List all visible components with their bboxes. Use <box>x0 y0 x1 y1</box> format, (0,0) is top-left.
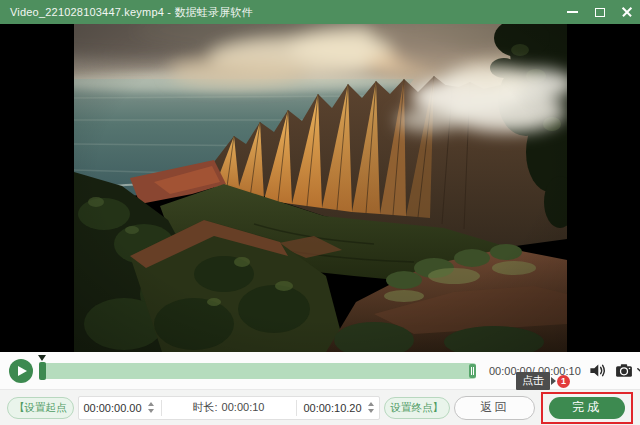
click-coachmark: 点击 1 <box>516 372 570 390</box>
camera-menu-button[interactable] <box>636 365 640 376</box>
back-button[interactable]: 返回 <box>454 396 535 420</box>
play-icon <box>18 366 27 376</box>
close-icon <box>621 6 633 18</box>
minimize-button[interactable] <box>559 0 586 24</box>
tooltip-label: 点击 <box>516 372 550 390</box>
chevron-down-icon <box>636 365 640 376</box>
video-preview-frame <box>74 24 567 352</box>
timeline-end-handle[interactable] <box>469 364 476 378</box>
maximize-icon <box>595 8 605 17</box>
divider <box>296 400 297 416</box>
volume-icon <box>588 361 607 380</box>
finish-highlight-box: 完成 <box>541 392 633 424</box>
playhead-marker-icon <box>38 355 46 361</box>
maximize-button[interactable] <box>586 0 613 24</box>
trim-bar: 【设置起点 时长:00:00:10 设置终点】 返回 完成 <box>0 390 640 425</box>
set-end-button[interactable]: 设置终点】 <box>384 397 451 419</box>
camera-icon <box>614 361 634 380</box>
divider <box>161 400 162 416</box>
close-button[interactable] <box>613 0 640 24</box>
duration-value: 00:00:10 <box>222 401 265 413</box>
step-badge: 1 <box>557 375 570 388</box>
tooltip-arrow-icon <box>551 377 556 385</box>
window-title: Video_221028103447.keymp4 - 数据蛙录屏软件 <box>10 5 253 20</box>
play-button[interactable] <box>9 359 33 383</box>
app-window: Video_221028103447.keymp4 - 数据蛙录屏软件 <box>0 0 640 425</box>
set-start-button[interactable]: 【设置起点 <box>7 397 74 419</box>
spinner-up-icon <box>368 402 374 406</box>
window-controls <box>559 0 640 24</box>
spinner-down-icon <box>148 409 154 413</box>
snapshot-button[interactable] <box>614 361 634 380</box>
volume-button[interactable] <box>588 361 607 380</box>
minimize-icon <box>567 11 578 13</box>
end-time-input[interactable] <box>301 402 365 414</box>
video-stage <box>0 24 640 352</box>
spinner-down-icon <box>368 409 374 413</box>
titlebar: Video_221028103447.keymp4 - 数据蛙录屏软件 <box>0 0 640 24</box>
start-time-input[interactable] <box>81 402 145 414</box>
start-time-spinner[interactable] <box>145 402 157 413</box>
end-time-spinner[interactable] <box>365 402 377 413</box>
spinner-up-icon <box>148 402 154 406</box>
duration-display: 时长:00:00:10 <box>166 400 292 415</box>
finish-button[interactable]: 完成 <box>549 397 625 419</box>
timeline-track[interactable] <box>39 363 476 379</box>
duration-label: 时长: <box>193 401 218 413</box>
timeline-playhead[interactable] <box>39 362 46 380</box>
trim-time-group: 时长:00:00:10 <box>78 396 380 420</box>
